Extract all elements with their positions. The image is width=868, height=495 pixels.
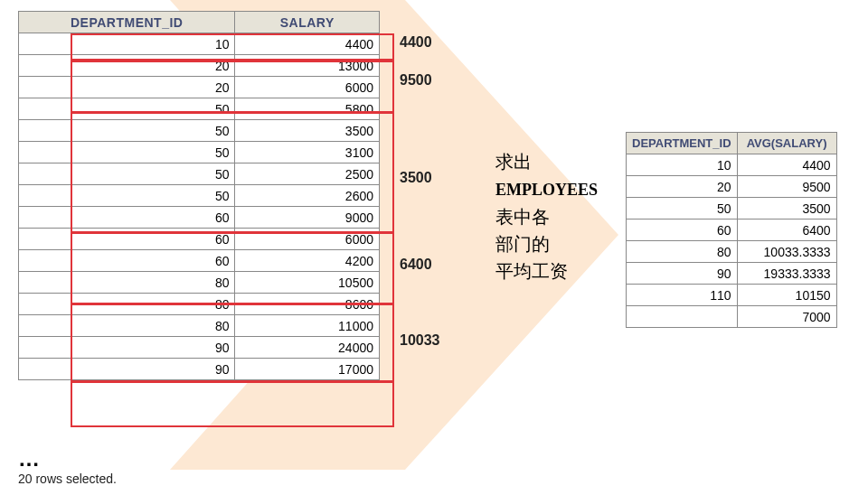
table-row: 503500 [627, 198, 837, 219]
table-row: 606400 [627, 219, 837, 241]
rows-selected-text: 20 rows selected. [18, 472, 117, 486]
cell-department-id: 50 [19, 98, 235, 120]
input-table-wrap: DEPARTMENT_ID SALARY 1044002013000206000… [18, 11, 380, 380]
table-row: 9019333.3333 [627, 263, 837, 285]
aggregate-value: 6400 [400, 257, 432, 273]
cell-department-id: 10 [19, 33, 235, 55]
input-table-header-row: DEPARTMENT_ID SALARY [19, 12, 380, 33]
table-row: 9017000 [19, 359, 380, 380]
cell-department-id: 20 [19, 77, 235, 98]
aggregate-value: 10033 [400, 332, 440, 349]
table-row: 104400 [19, 33, 380, 55]
table-row: 209500 [627, 176, 837, 198]
table-row: 502500 [19, 163, 380, 185]
cell-salary: 17000 [235, 359, 380, 380]
cell-department-id: 20 [627, 176, 738, 198]
cell-salary: 24000 [235, 337, 380, 359]
cell-department-id: 50 [19, 142, 235, 163]
cell-department-id: 90 [19, 337, 235, 359]
cell-avg-salary: 3500 [737, 198, 836, 219]
table-row: 206000 [19, 77, 380, 98]
cell-department-id: 110 [627, 285, 738, 306]
input-header-salary: SALARY [235, 12, 380, 33]
cell-department-id [627, 306, 738, 328]
result-table: DEPARTMENT_ID AVG(SALARY) 10440020950050… [626, 132, 837, 328]
cell-department-id: 80 [627, 241, 738, 263]
caption-line2: 表中各 [495, 207, 550, 227]
cell-department-id: 80 [19, 272, 235, 294]
cell-salary: 11000 [235, 315, 380, 337]
cell-salary: 6000 [235, 77, 380, 98]
cell-department-id: 80 [19, 315, 235, 337]
result-header-department-id: DEPARTMENT_ID [627, 133, 738, 154]
input-header-department-id: DEPARTMENT_ID [19, 12, 235, 33]
result-header-avg-salary: AVG(SALARY) [737, 133, 836, 154]
stage: DEPARTMENT_ID SALARY 1044002013000206000… [0, 0, 868, 495]
cell-department-id: 50 [19, 163, 235, 185]
cell-salary: 2600 [235, 185, 380, 207]
table-row: 104400 [627, 154, 837, 176]
cell-salary: 4200 [235, 250, 380, 272]
input-table: DEPARTMENT_ID SALARY 1044002013000206000… [18, 11, 380, 380]
aggregate-value: 3500 [400, 170, 432, 186]
table-row: 8010033.3333 [627, 241, 837, 263]
aggregate-value: 4400 [400, 34, 432, 51]
ellipsis: … [18, 446, 42, 472]
cell-department-id: 60 [19, 250, 235, 272]
group-box [71, 380, 394, 427]
cell-avg-salary: 6400 [737, 219, 836, 241]
cell-avg-salary: 7000 [737, 306, 836, 328]
table-row: 604200 [19, 250, 380, 272]
table-row: 8010500 [19, 272, 380, 294]
cell-department-id: 60 [19, 229, 235, 250]
cell-salary: 2500 [235, 163, 380, 185]
caption-employees-en: EMPLOYEES [495, 181, 598, 199]
table-row: 502600 [19, 185, 380, 207]
result-table-header-row: DEPARTMENT_ID AVG(SALARY) [627, 133, 837, 154]
result-table-wrap: DEPARTMENT_ID AVG(SALARY) 10440020950050… [626, 132, 837, 328]
cell-department-id: 80 [19, 294, 235, 315]
cell-salary: 9000 [235, 207, 380, 229]
cell-salary: 13000 [235, 55, 380, 77]
cell-department-id: 50 [19, 185, 235, 207]
cell-salary: 6000 [235, 229, 380, 250]
cell-department-id: 20 [19, 55, 235, 77]
cell-department-id: 50 [19, 120, 235, 142]
cell-avg-salary: 9500 [737, 176, 836, 198]
table-row: 606000 [19, 229, 380, 250]
cell-department-id: 60 [19, 207, 235, 229]
aggregate-value: 9500 [400, 72, 432, 89]
cell-salary: 10500 [235, 272, 380, 294]
table-row: 503500 [19, 120, 380, 142]
cell-department-id: 10 [627, 154, 738, 176]
cell-department-id: 90 [19, 359, 235, 380]
cell-avg-salary: 10150 [737, 285, 836, 306]
cell-avg-salary: 10033.3333 [737, 241, 836, 263]
caption-line4: 平均工资 [495, 261, 568, 281]
caption-line3: 部门的 [495, 234, 550, 254]
cell-department-id: 60 [627, 219, 738, 241]
table-row: 2013000 [19, 55, 380, 77]
table-row: 7000 [627, 306, 837, 328]
table-row: 9024000 [19, 337, 380, 359]
table-row: 609000 [19, 207, 380, 229]
cell-salary: 4400 [235, 33, 380, 55]
table-row: 11010150 [627, 285, 837, 306]
caption-text: 求出 EMPLOYEES 表中各 部门的 平均工资 [495, 148, 622, 285]
cell-salary: 8600 [235, 294, 380, 315]
cell-department-id: 90 [627, 263, 738, 285]
cell-avg-salary: 4400 [737, 154, 836, 176]
cell-avg-salary: 19333.3333 [737, 263, 836, 285]
cell-salary: 3100 [235, 142, 380, 163]
table-row: 505800 [19, 98, 380, 120]
caption-line1: 求出 [495, 152, 532, 172]
cell-salary: 5800 [235, 98, 380, 120]
table-row: 8011000 [19, 315, 380, 337]
cell-department-id: 50 [627, 198, 738, 219]
cell-salary: 3500 [235, 120, 380, 142]
table-row: 808600 [19, 294, 380, 315]
table-row: 503100 [19, 142, 380, 163]
